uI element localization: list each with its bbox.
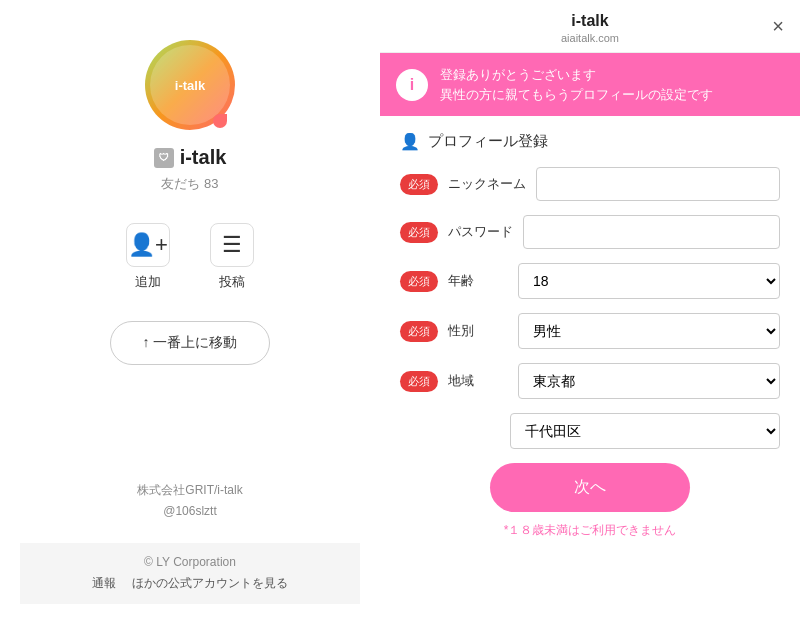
banner-line1: 登録ありがとうございます xyxy=(440,65,713,85)
password-input[interactable] xyxy=(523,215,780,249)
banner-line2: 異性の方に親てもらうプロフィールの設定です xyxy=(440,85,713,105)
post-label: 投稿 xyxy=(219,273,245,291)
region-row: 必須 地域 東京都 大阪府 神奈川県 xyxy=(400,363,780,399)
password-row: 必須 パスワード xyxy=(400,215,780,249)
footer-link-report[interactable]: 通報 xyxy=(92,575,116,592)
nickname-input[interactable] xyxy=(536,167,780,201)
region-label: 地域 xyxy=(448,372,508,390)
close-button[interactable]: × xyxy=(772,15,784,38)
friends-count: 友だち 83 xyxy=(161,175,218,193)
age-row: 必須 年齢 18 19 20 21 22 xyxy=(400,263,780,299)
add-button[interactable]: 👤+ 追加 xyxy=(126,223,170,291)
form-section: 👤 プロフィール登録 必須 ニックネーム 必須 パスワード 必須 年齢 18 xyxy=(380,116,800,624)
modal-header: i-talk aiaitalk.com × xyxy=(380,0,800,53)
company-line2: @106slztt xyxy=(137,501,242,523)
modal-subtitle: aiaitalk.com xyxy=(400,32,780,44)
region-select[interactable]: 東京都 大阪府 神奈川県 xyxy=(518,363,780,399)
age-warning: *１８歳未満はご利用できません xyxy=(400,522,780,539)
submit-button[interactable]: 次へ xyxy=(490,463,690,512)
action-buttons: 👤+ 追加 ☰ 投稿 xyxy=(126,223,254,291)
right-panel: i-talk aiaitalk.com × i 登録ありがとうございます 異性の… xyxy=(380,0,800,624)
speech-bubble-tail xyxy=(213,114,227,128)
notification-text: 登録ありがとうございます 異性の方に親てもらうプロフィールの設定です xyxy=(440,65,713,104)
age-label: 年齢 xyxy=(448,272,508,290)
account-name: i-talk xyxy=(180,146,227,169)
subregion-row: 千代田区 中央区 港区 新宿区 xyxy=(400,413,780,449)
required-badge-nickname: 必須 xyxy=(400,174,438,195)
footer-links: 通報 ほかの公式アカウントを見る xyxy=(40,575,340,592)
password-label: パスワード xyxy=(448,223,513,241)
add-label: 追加 xyxy=(135,273,161,291)
post-button[interactable]: ☰ 投稿 xyxy=(210,223,254,291)
nickname-row: 必須 ニックネーム xyxy=(400,167,780,201)
section-title-text: プロフィール登録 xyxy=(428,132,548,151)
gender-select[interactable]: 男性 女性 xyxy=(518,313,780,349)
section-title: 👤 プロフィール登録 xyxy=(400,132,780,151)
move-top-button[interactable]: ↑ 一番上に移動 xyxy=(110,321,271,365)
shield-icon: 🛡 xyxy=(154,148,174,168)
post-icon: ☰ xyxy=(210,223,254,267)
modal: i-talk aiaitalk.com × i 登録ありがとうございます 異性の… xyxy=(380,0,800,624)
nickname-label: ニックネーム xyxy=(448,175,526,193)
subregion-select[interactable]: 千代田区 中央区 港区 新宿区 xyxy=(510,413,780,449)
required-badge-region: 必須 xyxy=(400,371,438,392)
account-name-container: 🛡 i-talk xyxy=(154,146,227,169)
company-info: 株式会社GRIT/i-talk @106slztt xyxy=(137,480,242,523)
gender-row: 必須 性別 男性 女性 xyxy=(400,313,780,349)
info-icon: i xyxy=(396,69,428,101)
required-badge-password: 必須 xyxy=(400,222,438,243)
avatar-bubble: i-talk xyxy=(150,45,230,125)
profile-icon: 👤 xyxy=(400,132,420,151)
age-select[interactable]: 18 19 20 21 22 xyxy=(518,263,780,299)
add-icon: 👤+ xyxy=(126,223,170,267)
avatar: i-talk xyxy=(145,40,235,130)
company-line1: 株式会社GRIT/i-talk xyxy=(137,480,242,502)
gender-label: 性別 xyxy=(448,322,508,340)
notification-banner: i 登録ありがとうございます 異性の方に親てもらうプロフィールの設定です xyxy=(380,53,800,116)
required-badge-gender: 必須 xyxy=(400,321,438,342)
left-panel: i-talk 🛡 i-talk 友だち 83 👤+ 追加 ☰ 投稿 ↑ 一番上に… xyxy=(0,0,380,624)
avatar-label: i-talk xyxy=(175,78,205,93)
modal-title: i-talk xyxy=(400,12,780,30)
required-badge-age: 必須 xyxy=(400,271,438,292)
left-footer: © LY Corporation 通報 ほかの公式アカウントを見る xyxy=(20,543,360,604)
copyright: © LY Corporation xyxy=(40,555,340,569)
footer-link-others[interactable]: ほかの公式アカウントを見る xyxy=(132,575,288,592)
